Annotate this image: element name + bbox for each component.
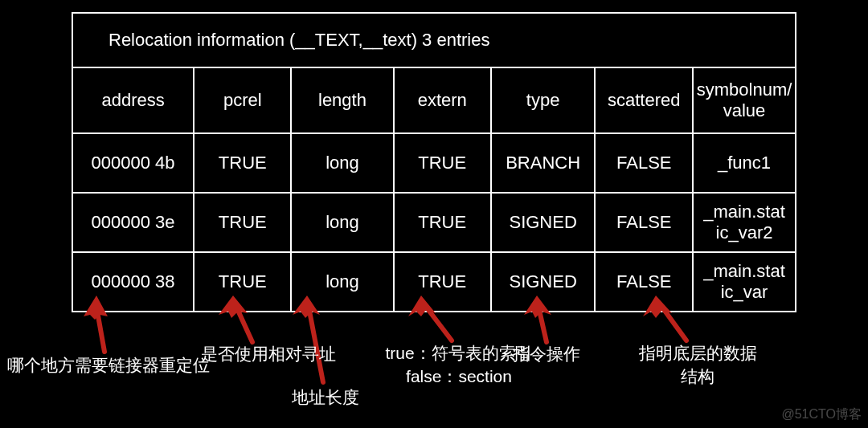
table-title-row: Relocation information (__TEXT,__text) 3…	[72, 13, 796, 67]
cell-scattered: FALSE	[595, 252, 693, 312]
col-header-scattered: scattered	[595, 67, 693, 133]
cell-address: 000000 4b	[72, 133, 194, 193]
cell-pcrel: TRUE	[194, 133, 291, 193]
table-row: 000000 38 TRUE long TRUE SIGNED FALSE _m…	[72, 252, 796, 312]
cell-length: long	[291, 193, 393, 252]
cell-symbolnum: _func1	[693, 133, 796, 193]
col-header-length: length	[291, 67, 393, 133]
table-row: 000000 3e TRUE long TRUE SIGNED FALSE _m…	[72, 193, 796, 252]
annotation-scattered-line2: 结构	[625, 365, 770, 388]
cell-address: 000000 3e	[72, 193, 194, 252]
annotation-length: 地址长度	[277, 385, 374, 409]
cell-address: 000000 38	[72, 252, 194, 312]
cell-type: SIGNED	[491, 252, 596, 312]
cell-extern: TRUE	[394, 193, 491, 252]
table-row: 000000 4b TRUE long TRUE BRANCH FALSE _f…	[72, 133, 796, 193]
watermark: @51CTO博客	[781, 406, 862, 423]
table-title: Relocation information (__TEXT,__text) 3…	[72, 13, 796, 67]
col-header-symbolnum: symbolnum/value	[693, 67, 796, 133]
annotation-scattered-line1: 指明底层的数据	[625, 341, 770, 365]
annotation-type: 指令操作	[498, 342, 595, 365]
cell-pcrel: TRUE	[194, 252, 291, 312]
annotation-extern-line2: false：section	[366, 365, 551, 388]
col-header-pcrel: pcrel	[194, 67, 291, 133]
cell-extern: TRUE	[394, 133, 491, 193]
col-header-address: address	[72, 67, 194, 133]
table-header-row: address pcrel length extern type scatter…	[72, 67, 796, 133]
col-header-extern: extern	[394, 67, 491, 133]
cell-extern: TRUE	[394, 252, 491, 312]
annotation-scattered: 指明底层的数据 结构	[625, 341, 770, 389]
cell-type: SIGNED	[491, 193, 596, 252]
cell-symbolnum: _main.static_var	[693, 252, 796, 312]
cell-symbolnum: _main.static_var2	[693, 193, 796, 252]
cell-pcrel: TRUE	[194, 193, 291, 252]
annotation-pcrel: 是否使用相对寻址	[180, 342, 357, 365]
relocation-table: Relocation information (__TEXT,__text) 3…	[72, 12, 796, 312]
cell-type: BRANCH	[491, 133, 596, 193]
cell-length: long	[291, 252, 393, 312]
col-header-type: type	[491, 67, 596, 133]
cell-length: long	[291, 133, 393, 193]
cell-scattered: FALSE	[595, 193, 693, 252]
cell-scattered: FALSE	[595, 133, 693, 193]
